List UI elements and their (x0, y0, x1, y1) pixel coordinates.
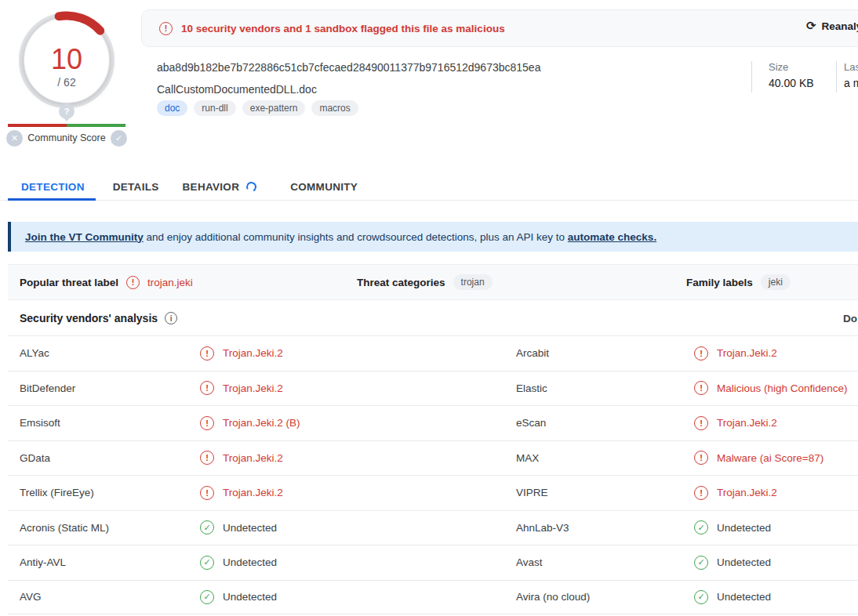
detection-result: ! Trojan.Jeki.2 (694, 476, 777, 510)
vendor-name: Arcabit (516, 336, 549, 371)
alert-icon: ! (200, 381, 214, 395)
size-value: 40.00 KB (769, 77, 814, 89)
vendors-analysis-header: Security vendors' analysis i (20, 312, 177, 324)
detection-result: ! Trojan.Jeki.2 (200, 476, 283, 510)
check-icon: ✓ (694, 590, 708, 604)
popular-threat-value[interactable]: trojan.jeki (147, 277, 193, 288)
meta-divider (751, 61, 752, 92)
reanalyze-label: Reanaly (822, 20, 858, 32)
vendors-analysis-table: ALYac ! Trojan.Jeki.2 Arcabit ! Trojan.J… (8, 335, 858, 614)
detection-result: ! Trojan.Jeki.2 (200, 441, 283, 476)
alert-icon: ! (694, 451, 708, 465)
tab-detection[interactable]: DETECTION (21, 181, 85, 193)
community-score-label: Community Score (27, 132, 105, 143)
score-total: / 62 (57, 76, 76, 89)
vendor-name: Acronis (Static ML) (20, 511, 109, 545)
meta-divider (836, 61, 837, 92)
detection-result: ✓ Undetected (694, 581, 771, 614)
loading-spinner-icon (245, 181, 258, 194)
vendor-name: AhnLab-V3 (516, 511, 569, 545)
popular-threat-label: Popular threat label (20, 277, 118, 288)
detection-result: ✓ Undetected (200, 511, 277, 545)
check-icon: ✓ (694, 556, 708, 570)
file-tags: docrun-dllexe-patternmacros (157, 100, 358, 116)
reanalyze-button[interactable]: ⟳ Reanaly (806, 19, 858, 33)
threat-categories-group: Threat categories trojan (357, 265, 493, 299)
table-row: Emsisoft ! Trojan.Jeki.2 (B) eScan ! Tro… (8, 405, 858, 440)
file-hash: aba8d9b182be7b722886c51cb7cfecaed2849001… (157, 61, 540, 74)
threat-categories-label: Threat categories (357, 277, 445, 288)
tab-community[interactable]: COMMUNITY (290, 181, 358, 193)
table-row: Antiy-AVL ✓ Undetected Avast ✓ Undetecte… (8, 545, 858, 580)
vendor-name: VIPRE (516, 476, 548, 510)
tab-details[interactable]: DETAILS (113, 181, 159, 193)
virustotal-file-report: 10 / 62 ? ✕ Community Score ✓ ! 10 secur… (0, 0, 858, 616)
join-community-banner: Join the VT Community and enjoy addition… (8, 222, 858, 252)
alert-icon: ! (159, 22, 173, 35)
table-row: Acronis (Static ML) ✓ Undetected AhnLab-… (8, 510, 858, 545)
detection-result: ✓ Undetected (694, 511, 771, 545)
detection-result: ! Trojan.Jeki.2 (694, 406, 777, 440)
check-icon: ✓ (200, 590, 214, 604)
threat-summary-row: Popular threat label ! trojan.jeki Threa… (8, 264, 858, 300)
downvote-icon[interactable]: ✕ (6, 130, 23, 147)
last-analysis-label: Las (844, 61, 858, 73)
alert-icon: ! (126, 276, 140, 289)
automate-checks-prompt[interactable]: Do (843, 313, 857, 324)
alert-icon: ! (200, 451, 214, 465)
info-icon[interactable]: i (165, 312, 177, 324)
detection-result: ! Trojan.Jeki.2 (200, 336, 283, 371)
banner-text: and enjoy additional community insights … (144, 231, 568, 243)
automate-checks-link[interactable]: automate checks. (568, 231, 656, 243)
vendor-name: Emsisoft (20, 406, 60, 440)
upvote-icon[interactable]: ✓ (111, 130, 127, 147)
malicious-alert-bar: ! 10 security vendors and 1 sandbox flag… (141, 9, 858, 47)
detection-result: ✓ Undetected (200, 545, 277, 580)
alert-text: 10 security vendors and 1 sandbox flagge… (181, 23, 505, 34)
vendor-name: AVG (20, 581, 42, 614)
family-labels-group: Family labels jeki (686, 265, 791, 299)
report-tabs: DETECTION DETAILS BEHAVIOR COMMUNITY (0, 174, 858, 201)
detection-score-panel: 10 / 62 ? ✕ Community Score ✓ (0, 0, 141, 157)
file-tag-chip[interactable]: macros (311, 100, 358, 116)
family-label-chip[interactable]: jeki (761, 274, 791, 290)
alert-icon: ! (200, 346, 214, 361)
tab-behavior[interactable]: BEHAVIOR (183, 181, 257, 193)
table-row: AVG ✓ Undetected Avira (no cloud) ✓ Unde… (8, 580, 858, 615)
community-score-row: ✕ Community Score ✓ (6, 129, 127, 147)
last-analysis-value: a m (844, 77, 858, 89)
question-pin-icon: ? (59, 103, 75, 119)
vendor-name: ALYac (20, 336, 49, 371)
score-value: 10 (51, 43, 82, 75)
check-icon: ✓ (694, 520, 708, 534)
vendor-name: Antiy-AVL (20, 545, 66, 580)
table-row: GData ! Trojan.Jeki.2 MAX ! Malware (ai … (8, 440, 858, 476)
threat-category-chip[interactable]: trojan (453, 274, 493, 290)
alert-icon: ! (694, 486, 708, 500)
family-labels-label: Family labels (686, 277, 753, 288)
detection-result: ! Trojan.Jeki.2 (200, 371, 283, 406)
file-tag-chip[interactable]: doc (157, 100, 187, 116)
score-bar-red (8, 124, 67, 127)
vendor-name: Avira (no cloud) (516, 581, 590, 614)
file-tag-chip[interactable]: exe-pattern (242, 100, 306, 116)
check-icon: ✓ (200, 520, 214, 534)
table-row: BitDefender ! Trojan.Jeki.2 Elastic ! Ma… (8, 371, 858, 406)
detection-result: ! Trojan.Jeki.2 (694, 336, 777, 371)
alert-icon: ! (200, 486, 214, 500)
popular-threat-label-group: Popular threat label ! trojan.jeki (20, 265, 193, 299)
alert-icon: ! (694, 381, 708, 395)
reanalyze-icon: ⟳ (806, 19, 816, 33)
vendor-name: BitDefender (20, 371, 75, 406)
vendor-name: Avast (516, 545, 543, 580)
file-tag-chip[interactable]: run-dll (194, 100, 235, 116)
active-tab-underline (8, 198, 96, 201)
vendor-name: GData (20, 441, 50, 476)
detection-result: ✓ Undetected (694, 545, 771, 580)
detection-score-gauge: 10 / 62 (0, 0, 133, 118)
detection-result: ! Trojan.Jeki.2 (B) (200, 406, 300, 440)
vendor-name: eScan (516, 406, 546, 440)
join-vt-community-link[interactable]: Join the VT Community (25, 231, 144, 243)
size-label: Size (769, 61, 788, 73)
community-score-bar (8, 124, 125, 127)
